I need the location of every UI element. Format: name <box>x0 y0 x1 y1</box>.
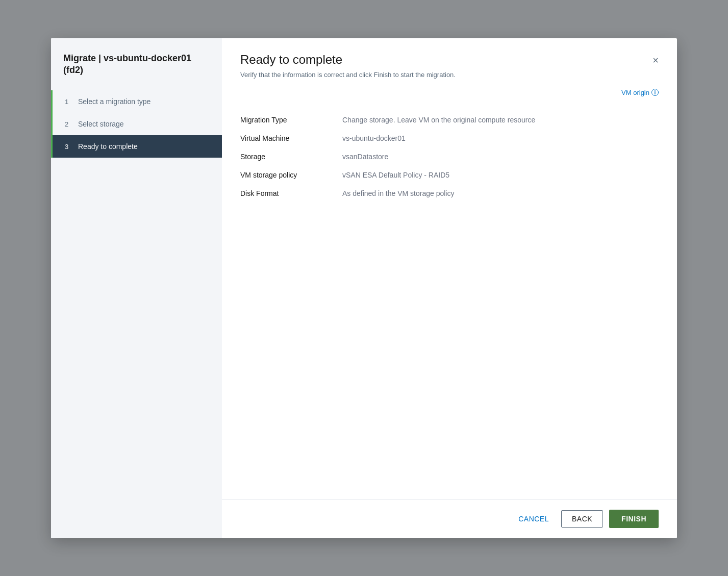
dialog-footer: CANCEL BACK FINISH <box>222 499 677 538</box>
step-2-number: 2 <box>65 120 73 128</box>
content-body: Migration TypeChange storage. Leave VM o… <box>222 98 677 499</box>
steps-list: 1 Select a migration type 2 Select stora… <box>51 90 222 158</box>
info-label-1: Virtual Machine <box>240 129 342 147</box>
info-row-2: StoragevsanDatastore <box>240 147 659 166</box>
info-label-3: VM storage policy <box>240 166 342 184</box>
info-row-1: Virtual Machinevs-ubuntu-docker01 <box>240 129 659 147</box>
info-row-4: Disk FormatAs defined in the VM storage … <box>240 184 659 203</box>
info-label-2: Storage <box>240 147 342 166</box>
info-label-4: Disk Format <box>240 184 342 203</box>
info-value-2: vsanDatastore <box>342 147 659 166</box>
info-table-body: Migration TypeChange storage. Leave VM o… <box>240 111 659 203</box>
content-header: Ready to complete × Verify that the info… <box>222 38 677 98</box>
header-top-row: Ready to complete × <box>240 53 659 71</box>
cancel-button[interactable]: CANCEL <box>512 511 555 527</box>
dialog-overlay: Migrate | vs-ubuntu-docker01 (fd2) 1 Sel… <box>0 0 728 576</box>
back-button[interactable]: BACK <box>561 510 603 528</box>
info-value-3: vSAN ESA Default Policy - RAID5 <box>342 166 659 184</box>
info-icon: i <box>651 89 659 96</box>
step-1-select-migration-type[interactable]: 1 Select a migration type <box>51 90 222 113</box>
dialog-title: Migrate | vs-ubuntu-docker01 (fd2) <box>51 38 222 87</box>
content-subtitle: Verify that the information is correct a… <box>240 71 659 79</box>
sidebar: Migrate | vs-ubuntu-docker01 (fd2) 1 Sel… <box>51 38 222 538</box>
info-value-0: Change storage. Leave VM on the original… <box>342 111 659 129</box>
step-2-label: Select storage <box>78 120 124 128</box>
info-row-3: VM storage policyvSAN ESA Default Policy… <box>240 166 659 184</box>
step-1-number: 1 <box>65 98 73 106</box>
vm-origin-link[interactable]: VM origin i <box>621 89 659 96</box>
step-3-ready-to-complete[interactable]: 3 Ready to complete <box>51 135 222 158</box>
migrate-dialog: Migrate | vs-ubuntu-docker01 (fd2) 1 Sel… <box>51 38 677 538</box>
info-row-0: Migration TypeChange storage. Leave VM o… <box>240 111 659 129</box>
info-value-4: As defined in the VM storage policy <box>342 184 659 203</box>
page-title: Ready to complete <box>240 53 342 67</box>
vm-origin-row: VM origin i <box>240 87 659 96</box>
close-button[interactable]: × <box>652 55 659 66</box>
finish-button[interactable]: FINISH <box>609 510 659 528</box>
main-content: Ready to complete × Verify that the info… <box>222 38 677 538</box>
step-3-number: 3 <box>65 143 73 151</box>
info-label-0: Migration Type <box>240 111 342 129</box>
step-1-label: Select a migration type <box>78 97 150 106</box>
step-3-label: Ready to complete <box>78 142 138 151</box>
info-value-1: vs-ubuntu-docker01 <box>342 129 659 147</box>
step-2-select-storage[interactable]: 2 Select storage <box>51 113 222 135</box>
vm-origin-label: VM origin <box>621 89 649 96</box>
info-table: Migration TypeChange storage. Leave VM o… <box>240 111 659 203</box>
